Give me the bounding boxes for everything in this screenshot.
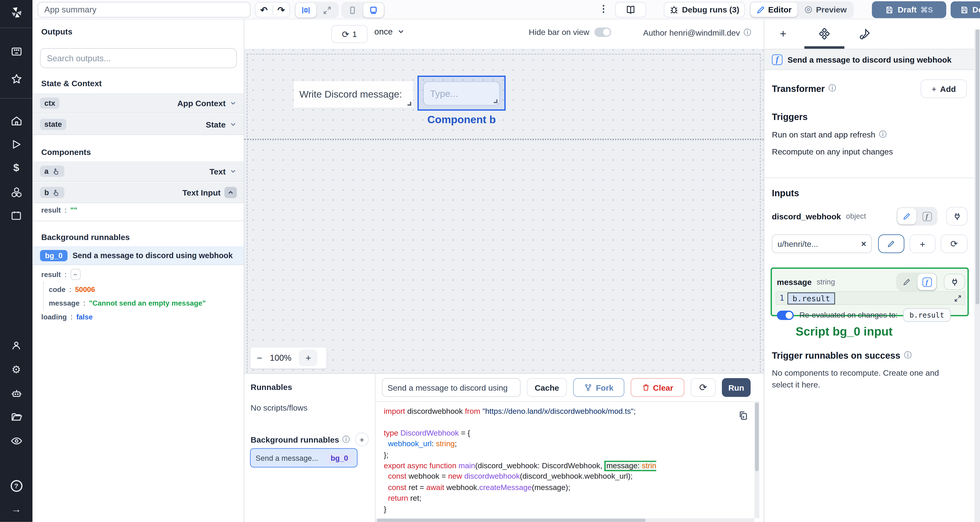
static-pencil-icon[interactable] (897, 274, 916, 290)
schedules-calendar-icon[interactable] (0, 204, 32, 228)
clear-button[interactable]: Clear (631, 378, 684, 397)
selected-component-b[interactable]: Type... (417, 76, 506, 110)
reeval-toggle[interactable] (777, 310, 794, 320)
clear-resource-icon[interactable]: × (861, 239, 866, 249)
ctx-row[interactable]: ctx App Context (32, 93, 244, 114)
function-icon: f (772, 54, 783, 65)
search-outputs-input[interactable]: Search outputs... (40, 48, 237, 68)
script-name-input[interactable]: Send a message to discord using (382, 378, 520, 397)
refresh-code-button[interactable]: ⟳ (690, 378, 716, 397)
code-editor[interactable]: import discordwebhook from "https://deno… (375, 401, 754, 518)
resize-handle[interactable] (494, 99, 498, 103)
favorites-star-icon[interactable] (0, 67, 32, 91)
bg0-row[interactable]: bg_0 Send a message to discord using web… (32, 247, 244, 265)
top-bar: App summary ↶ ↷ ⋮ Debug run (32, 0, 980, 19)
windmill-logo-icon[interactable] (0, 0, 32, 25)
script-input-annotation: Script bg_0 input (795, 325, 892, 339)
run-button[interactable]: Run (722, 378, 751, 397)
undo-icon[interactable]: ↶ (256, 5, 273, 15)
editor-preview-toggle: Editor Preview (749, 2, 853, 18)
variables-dollar-icon[interactable]: $ (0, 156, 32, 180)
code-horizontal-scrollbar[interactable] (375, 518, 754, 522)
message-expr-editor[interactable]: 1 b.result (776, 291, 965, 305)
add-transformer-button[interactable]: +Add (921, 80, 967, 98)
center-layout-icon[interactable] (296, 3, 316, 17)
deploy-button[interactable]: Deploy (951, 2, 980, 18)
docs-book-icon[interactable] (615, 2, 646, 18)
chevron-up-icon[interactable] (224, 187, 237, 198)
resources-cubes-icon[interactable] (0, 180, 32, 204)
help-icon[interactable]: ? (0, 474, 32, 498)
settings-gear-icon[interactable]: ⚙ (0, 358, 32, 381)
component-b-row[interactable]: b Text Input (32, 182, 244, 203)
fork-button[interactable]: Fork (573, 378, 624, 397)
app-summary-input[interactable]: App summary (37, 2, 250, 18)
home-icon[interactable] (0, 109, 32, 132)
collapse-result-button[interactable]: − (70, 269, 80, 280)
more-menu-kebab-icon[interactable]: ⋮ (599, 3, 608, 14)
chevron-down-icon[interactable] (229, 121, 237, 128)
connect-plug-icon[interactable] (944, 274, 965, 290)
edit-resource-pencil-button[interactable] (878, 234, 904, 253)
bg0-runnable-item[interactable]: Send a message... bg_0 (250, 448, 358, 467)
message-expression[interactable]: b.result (788, 292, 835, 304)
app-launcher-icon[interactable] (0, 40, 32, 63)
state-row[interactable]: state State (32, 115, 244, 135)
audit-eye-icon[interactable] (0, 429, 32, 453)
eval-function-icon[interactable]: f (917, 274, 936, 290)
debug-runs-button[interactable]: Debug runs (3) (664, 2, 745, 18)
redo-icon[interactable]: ↷ (273, 5, 290, 15)
tab-preview[interactable]: Preview (798, 3, 852, 17)
state-context-title: State & Context (41, 79, 102, 88)
text-input-component[interactable]: Type... (423, 81, 500, 105)
chevron-down-icon[interactable] (229, 167, 237, 175)
tab-styling-brush-icon[interactable] (856, 25, 873, 43)
reeval-dependency-chip[interactable]: b.result (903, 308, 950, 322)
resource-picker-field[interactable]: u/henri/te... × (772, 234, 872, 253)
chevron-down-icon[interactable] (229, 99, 237, 107)
runs-play-icon[interactable] (0, 132, 32, 156)
tab-editor[interactable]: Editor (751, 3, 797, 17)
connect-plug-icon[interactable] (946, 207, 967, 226)
expand-editor-icon[interactable] (954, 294, 962, 302)
cache-button[interactable]: Cache (527, 378, 567, 397)
desktop-device-icon[interactable] (363, 3, 384, 17)
zoom-in-button[interactable]: + (299, 349, 318, 366)
refresh-resource-button[interactable]: ⟳ (940, 234, 967, 253)
eval-function-icon[interactable]: f (917, 208, 936, 224)
right-panel-tabs: + (764, 19, 975, 49)
fullscreen-layout-icon[interactable] (317, 3, 337, 17)
draft-button[interactable]: Draft ⌘S (872, 2, 946, 18)
chevron-down-icon (397, 27, 405, 36)
code-line: webhook_url: string; (384, 439, 754, 450)
refresh-count-button[interactable]: ⟳ 1 (331, 25, 368, 43)
inputs-title: Inputs (772, 188, 799, 198)
add-bg-runnable-button[interactable]: + (355, 433, 369, 446)
right-panel-scrollbar[interactable] (974, 29, 980, 522)
refresh-icon: ⟳ (342, 29, 349, 39)
bottom-panel: Runnables No scripts/flows Background ru… (244, 373, 764, 522)
user-icon[interactable] (0, 334, 32, 358)
component-a-row[interactable]: a Text (32, 161, 244, 182)
bg0-badge: bg_0 (40, 250, 67, 261)
code-vertical-scrollbar[interactable] (754, 401, 759, 518)
mobile-device-icon[interactable] (342, 3, 363, 17)
workers-robot-icon[interactable] (0, 381, 32, 405)
resize-handle[interactable] (407, 102, 411, 106)
outputs-panel: Outputs Search outputs... State & Contex… (32, 19, 244, 522)
run-mode-select[interactable]: once (374, 27, 405, 36)
folders-icon[interactable] (0, 405, 32, 429)
zoom-out-button[interactable]: − (257, 353, 262, 363)
static-pencil-icon[interactable] (897, 208, 916, 224)
expand-rail-arrow-icon[interactable]: → (0, 498, 32, 521)
divider (32, 221, 244, 221)
canvas-grid[interactable]: Write Discord message: Type... Component… (244, 49, 764, 373)
tab-add-component-icon[interactable]: + (775, 25, 792, 43)
copy-icon[interactable] (738, 410, 748, 421)
add-resource-button[interactable]: + (910, 234, 936, 253)
rail-divider (0, 27, 32, 28)
text-component-a[interactable]: Write Discord message: (294, 81, 413, 108)
tab-component-settings-icon[interactable] (816, 25, 833, 43)
hide-bar-toggle[interactable] (594, 27, 611, 37)
info-icon[interactable]: ⓘ (744, 27, 751, 38)
